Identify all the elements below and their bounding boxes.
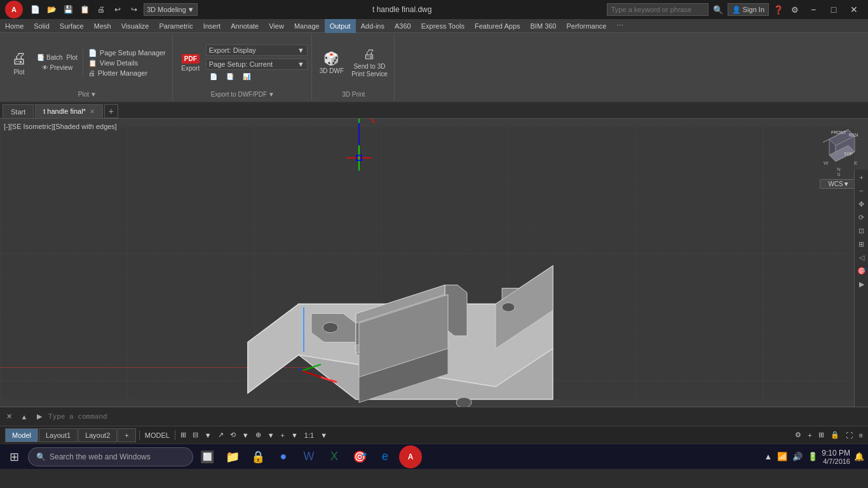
- status-workspace-btn[interactable]: ⊞: [816, 428, 827, 442]
- ribbon-btn-view-details[interactable]: 📋 View Details: [86, 58, 168, 68]
- settings-icon[interactable]: ⚙: [788, 3, 802, 16]
- status-scale-dropdown[interactable]: ▼: [318, 428, 330, 442]
- status-lineweight-dropdown[interactable]: ▼: [288, 428, 301, 442]
- search-icon[interactable]: 🔍: [711, 3, 725, 16]
- taskbar-explorer[interactable]: 📁: [221, 445, 244, 468]
- rtool-zoom-in[interactable]: +: [855, 171, 868, 184]
- menu-surface[interactable]: Surface: [55, 19, 89, 33]
- rtool-showmotion[interactable]: ▶: [855, 278, 868, 290]
- layout-tab-layout1[interactable]: Layout1: [39, 428, 78, 442]
- taskbar-notification[interactable]: 🔔: [853, 452, 865, 461]
- rtool-previous[interactable]: ◁: [855, 251, 868, 264]
- viewcube[interactable]: FRONT RIGHT TOP N E W S WCS▼: [820, 126, 858, 190]
- tab-add-button[interactable]: +: [104, 104, 118, 118]
- rtool-orbit[interactable]: ⟳: [855, 211, 868, 224]
- plot-expand-icon[interactable]: ▼: [90, 91, 97, 98]
- cmd-prompt-icon[interactable]: ▶: [33, 410, 46, 423]
- menu-performance[interactable]: Performance: [561, 19, 611, 33]
- ribbon-btn-send3d[interactable]: 🖨 Send to 3DPrint Service: [349, 46, 390, 79]
- qa-undo[interactable]: ↩: [111, 3, 125, 17]
- autocad-logo[interactable]: A: [5, 1, 23, 18]
- menu-mesh[interactable]: Mesh: [89, 19, 116, 33]
- status-grid[interactable]: ⊞: [178, 428, 189, 442]
- taskbar-edge[interactable]: e: [374, 445, 397, 468]
- ribbon-btn-export-pdf[interactable]: PDF Export: [178, 53, 203, 73]
- menu-annotate[interactable]: Annotate: [226, 19, 264, 33]
- taskbar-word[interactable]: W: [297, 445, 320, 468]
- task-view-btn[interactable]: 🔲: [196, 445, 219, 468]
- status-snap-dropdown[interactable]: ▼: [202, 428, 214, 442]
- export-icon-1[interactable]: 📄: [206, 72, 221, 81]
- status-customize[interactable]: ≡: [857, 428, 865, 442]
- search-input[interactable]: [607, 3, 709, 16]
- rtool-window[interactable]: ⊞: [855, 238, 868, 250]
- taskbar-search[interactable]: 🔍 Search the web and Windows: [28, 447, 193, 466]
- menu-a360[interactable]: A360: [390, 19, 416, 33]
- ribbon-btn-plot[interactable]: 🖨 Plot: [6, 48, 32, 77]
- sign-in-button[interactable]: 👤 Sign In: [728, 3, 769, 16]
- menu-output[interactable]: Output: [325, 19, 356, 33]
- taskbar-chrome[interactable]: ●: [272, 445, 295, 468]
- canvas-area[interactable]: [-][SE Isometric][Shaded with edges]: [0, 119, 868, 407]
- status-osnap-dropdown[interactable]: ▼: [265, 428, 277, 442]
- qa-save-as[interactable]: 📋: [78, 3, 92, 17]
- status-lock[interactable]: 🔒: [828, 428, 842, 442]
- menu-insert[interactable]: Insert: [198, 19, 226, 33]
- export-icon-2[interactable]: 📑: [222, 72, 238, 81]
- tab-file-close[interactable]: ✕: [90, 108, 95, 115]
- qa-open[interactable]: 📂: [44, 3, 58, 17]
- qa-new[interactable]: 📄: [28, 3, 42, 17]
- status-snap[interactable]: ⊟: [190, 428, 201, 442]
- tab-file[interactable]: t handle final* ✕: [35, 104, 103, 118]
- help-icon[interactable]: ❓: [771, 3, 785, 16]
- menu-home[interactable]: Home: [0, 19, 29, 33]
- status-lineweight[interactable]: +: [278, 428, 287, 442]
- menu-solid[interactable]: Solid: [29, 19, 54, 33]
- rtool-steering[interactable]: 🎯: [855, 264, 868, 277]
- menu-more[interactable]: ⋯: [611, 19, 628, 33]
- layout-tab-layout2[interactable]: Layout2: [78, 428, 117, 442]
- status-polar-dropdown[interactable]: ▼: [240, 428, 252, 442]
- wcs-label[interactable]: WCS▼: [820, 179, 858, 189]
- status-fullscreen[interactable]: ⛶: [843, 428, 855, 442]
- cmd-expand-btn[interactable]: ▲: [18, 410, 31, 423]
- start-button[interactable]: ⊞: [3, 445, 25, 468]
- menu-express-tools[interactable]: Express Tools: [416, 19, 470, 33]
- workspace-selector[interactable]: 3D Modeling ▼: [144, 3, 198, 16]
- export-expand-icon[interactable]: ▼: [268, 91, 275, 98]
- taskbar-lock[interactable]: 🔒: [247, 445, 269, 468]
- qa-save[interactable]: 💾: [61, 3, 75, 17]
- taskbar-autocad[interactable]: A: [399, 445, 422, 468]
- ribbon-btn-batch[interactable]: 📑 Batch Plot: [34, 53, 80, 62]
- minimize-button[interactable]: −: [804, 3, 822, 16]
- status-ortho[interactable]: ↗: [215, 428, 226, 442]
- taskbar-battery[interactable]: 🔋: [806, 452, 819, 461]
- menu-visualize[interactable]: Visualize: [116, 19, 154, 33]
- export-display-dropdown[interactable]: Export: Display ▼: [206, 44, 308, 56]
- ribbon-btn-preview[interactable]: 👁 Preview: [34, 63, 80, 72]
- status-osnap[interactable]: ⊕: [253, 428, 264, 442]
- ribbon-btn-plotter[interactable]: 🖨 Plotter Manager: [86, 69, 168, 78]
- status-polar[interactable]: ⟲: [227, 428, 238, 442]
- status-settings[interactable]: ⚙: [792, 428, 804, 442]
- ribbon-btn-3ddwf[interactable]: 🎲 3D DWF: [317, 50, 346, 76]
- rtool-pan[interactable]: ✥: [855, 198, 868, 210]
- ribbon-btn-page-setup[interactable]: 📄 Page Setup Manager: [86, 48, 168, 58]
- taskbar-excel[interactable]: X: [323, 445, 346, 468]
- layout-add-button[interactable]: +: [118, 428, 135, 442]
- rtool-zoom-out[interactable]: −: [855, 184, 868, 197]
- status-scale[interactable]: 1:1: [302, 428, 316, 442]
- menu-featured-apps[interactable]: Featured Apps: [470, 19, 526, 33]
- taskbar-volume[interactable]: 🔊: [791, 452, 804, 461]
- tab-start[interactable]: Start: [3, 104, 34, 118]
- cmd-close-btn[interactable]: ✕: [3, 410, 15, 423]
- status-model-btn[interactable]: MODEL: [142, 428, 172, 442]
- menu-addins[interactable]: Add-ins: [356, 19, 390, 33]
- clock[interactable]: 9:10 PM 4/7/2016: [822, 449, 850, 465]
- menu-bim360[interactable]: BIM 360: [526, 19, 562, 33]
- close-button[interactable]: ✕: [845, 3, 863, 16]
- menu-manage[interactable]: Manage: [289, 19, 325, 33]
- layout-tab-model[interactable]: Model: [5, 428, 38, 442]
- rtool-extents[interactable]: ⊡: [855, 224, 868, 237]
- taskbar-up-arrow[interactable]: ▲: [763, 452, 773, 461]
